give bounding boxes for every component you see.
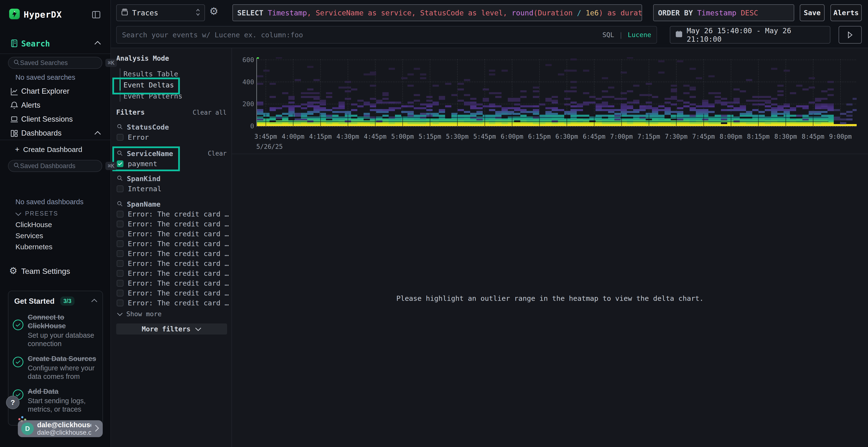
checkbox[interactable] [117, 185, 123, 192]
saved-searches-input[interactable]: ⌘K [8, 57, 102, 69]
dashboards-grid-icon [10, 129, 19, 138]
y-tick-label: 400 [236, 78, 254, 86]
sidebar-item-dashboards[interactable]: Dashboards [0, 126, 111, 140]
filter-group-servicename[interactable]: ServiceName [117, 149, 173, 158]
sql-orderby-editor[interactable]: ORDER BY Timestamp DESC [653, 4, 794, 21]
user-menu[interactable]: D dale@clickhouse.com dale@clickhouse.co… [18, 420, 103, 437]
lang-toggle-sql[interactable]: SQL [602, 31, 614, 38]
y-tick-label: 200 [236, 100, 254, 108]
check-circle-icon [13, 357, 23, 367]
chevron-down-icon [117, 310, 123, 318]
filter-option-spanname[interactable]: Error: The credit card … [117, 209, 238, 219]
preset-kubernetes[interactable]: Kubernetes [16, 243, 52, 251]
sidebar-item-team-settings[interactable]: ⚙ Team Settings [0, 265, 111, 278]
filter-option-payment[interactable]: payment [117, 159, 157, 169]
shortcut-badge: ⌘K [105, 162, 117, 170]
x-tick-label: 5:00pm [391, 133, 414, 140]
sidebar-item-chart-explorer[interactable]: Chart Explorer [0, 84, 111, 98]
checkbox[interactable] [117, 240, 123, 247]
filter-option-label: Error: The credit card … [128, 230, 229, 238]
filters-heading: Filters [116, 108, 145, 116]
sidebar-item-client-sessions[interactable]: Client Sessions [0, 112, 111, 126]
user-workspace: dale@clickhouse.com's [37, 429, 91, 437]
checkbox[interactable] [117, 134, 123, 141]
checkbox[interactable] [117, 290, 123, 297]
gear-icon: ⚙ [9, 265, 18, 276]
get-started-item-connect[interactable]: Connect to ClickHouse Set up your databa… [13, 313, 98, 348]
analysis-mode-heading: Analysis Mode [116, 55, 169, 62]
saved-dashboards-input[interactable]: ⌘K [8, 160, 102, 172]
event-search-input[interactable] [122, 31, 597, 39]
filter-group-spanname[interactable]: SpanName [117, 200, 161, 209]
get-started-item-sources[interactable]: Create Data Sources Configure where your… [13, 354, 98, 381]
filter-group-spankind[interactable]: SpanKind [117, 174, 161, 183]
x-tick-label: 8:00pm [720, 133, 742, 140]
source-select[interactable]: Traces [116, 4, 205, 21]
heatmap-canvas[interactable] [256, 57, 857, 130]
get-started-item-add-data[interactable]: Add Data Start sending logs, metrics, or… [13, 387, 98, 414]
filter-group-statuscode[interactable]: StatusCode [117, 123, 169, 132]
checkbox-checked[interactable] [117, 161, 123, 167]
filter-option-spanname[interactable]: Error: The credit card … [117, 298, 238, 308]
sidebar-collapse-icon[interactable] [91, 9, 102, 21]
mode-results-table[interactable]: Results Table [123, 68, 210, 79]
filter-option-spanname[interactable]: Error: The credit card … [117, 248, 238, 259]
checkbox[interactable] [117, 231, 123, 237]
filter-group-name: SpanName [127, 200, 161, 208]
checkbox[interactable] [117, 300, 123, 306]
checkbox[interactable] [117, 270, 123, 277]
x-tick-label: 5:15pm [418, 133, 441, 140]
mode-event-patterns[interactable]: Event Patterns [123, 91, 210, 102]
more-filters-button[interactable]: More filters [116, 323, 227, 335]
filter-option-spanname[interactable]: Error: The credit card … [117, 229, 238, 239]
filter-option-spanname[interactable]: Error: The credit card … [117, 268, 238, 278]
checkbox[interactable] [117, 250, 123, 257]
filter-option-spanname[interactable]: Error: The credit card … [117, 239, 238, 248]
presets-toggle[interactable]: PRESETS [0, 209, 111, 219]
checkbox[interactable] [117, 220, 123, 227]
saved-searches-field[interactable] [20, 59, 105, 67]
search-nav-icon [10, 38, 19, 48]
filter-option-spanname[interactable]: Error: The credit card … [117, 219, 238, 229]
filter-option-internal[interactable]: Internal [117, 184, 161, 194]
run-query-button[interactable] [839, 26, 862, 44]
sql-select-editor[interactable]: SELECT Timestamp, ServiceName as service… [232, 4, 642, 21]
search-icon [13, 162, 20, 170]
source-settings-gear-icon[interactable]: ⚙ [209, 5, 218, 17]
sidebar-item-search[interactable]: Search [0, 36, 111, 51]
filter-option-label: Error: The credit card … [128, 279, 229, 287]
checkbox[interactable] [117, 211, 123, 217]
saved-dashboards-field[interactable] [20, 162, 105, 170]
alerts-button[interactable]: Alerts [830, 4, 862, 21]
y-tick-label: 600 [236, 56, 254, 64]
filter-option-spanname[interactable]: Error: The credit card … [117, 278, 238, 288]
filter-option-label: Error: The credit card … [128, 260, 229, 268]
preset-services[interactable]: Services [16, 232, 43, 240]
x-tick-label: 6:00pm [501, 133, 523, 140]
checkbox[interactable] [117, 280, 123, 286]
divider [0, 54, 111, 54]
clear-servicename-link[interactable]: Clear [208, 150, 227, 157]
calendar-icon [675, 30, 683, 39]
filter-option-error[interactable]: Error [117, 133, 149, 142]
x-tick-label: 8:15pm [747, 133, 770, 140]
lang-toggle-lucene[interactable]: Lucene [628, 31, 651, 38]
event-search-bar[interactable]: SQL | Lucene [116, 26, 657, 44]
sidebar-item-alerts[interactable]: Alerts [0, 98, 111, 112]
mode-event-deltas[interactable]: Event Deltas [123, 79, 210, 91]
show-more-link[interactable]: Show more [117, 310, 161, 318]
time-range-picker[interactable]: May 26 15:40:00 - May 26 21:10:00 [670, 26, 830, 44]
create-dashboard-button[interactable]: + Create Dashboard [0, 143, 111, 155]
preset-clickhouse[interactable]: ClickHouse [16, 220, 52, 229]
filter-option-spanname[interactable]: Error: The credit card … [117, 288, 238, 298]
chevron-up-icon [94, 40, 101, 45]
filter-option-spanname[interactable]: Error: The credit card … [117, 259, 238, 268]
chevron-up-icon[interactable] [91, 299, 98, 304]
save-button[interactable]: Save [800, 4, 825, 21]
help-button[interactable]: ? [6, 396, 20, 409]
clear-all-link[interactable]: Clear all [193, 109, 227, 116]
checkbox[interactable] [117, 260, 123, 267]
get-started-header[interactable]: Get Started 3/3 [8, 291, 102, 309]
x-axis-labels: 3:45pm4:00pm4:15pm4:30pm4:45pm5:00pm5:15… [256, 133, 857, 141]
filter-option-label: Error [128, 133, 149, 141]
